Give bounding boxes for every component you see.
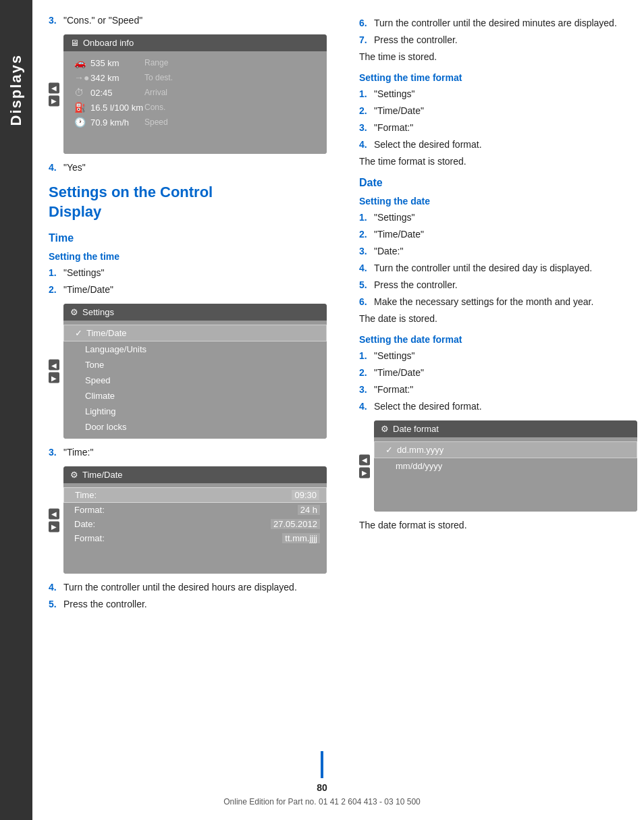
settings-body: ✓ Time/Date Language/Units Tone (63, 321, 327, 439)
onboard-header: 🖥 Onboard info (63, 34, 327, 51)
ds-step5-num: 5. (359, 278, 374, 292)
step2-text: "Time/Date" (63, 283, 113, 297)
df-step2: 2. "Time/Date" (359, 366, 640, 380)
settings-row-lighting: Lighting (63, 404, 327, 419)
onboard-screen: 🖥 Onboard info 🚗 535 km Range →● 342 km … (63, 34, 327, 154)
list-item-step3-cons: 3. "Cons." or "Speed" (49, 13, 329, 28)
step7-text: Press the controller. (374, 33, 458, 47)
controller-left-2-right[interactable]: ▶ (49, 373, 59, 383)
todest-label: To dest. (144, 73, 173, 82)
df-step1: 1. "Settings" (359, 349, 640, 363)
range-icon: 🚗 (74, 57, 90, 68)
section-title-line1: Settings on the Control (49, 184, 213, 200)
df-step3-num: 3. (359, 383, 374, 397)
tf-step3-text: "Format:" (374, 121, 413, 135)
arrival-icon: ⏱ (74, 87, 90, 98)
step3-text: "Cons." or "Speed" (63, 13, 142, 28)
time-heading: Time (49, 232, 329, 244)
df-step2-num: 2. (359, 366, 374, 380)
controller-left-2[interactable]: ◀ ▶ (49, 360, 59, 383)
todest-icon: →● (74, 72, 90, 83)
ds-step1-text: "Settings" (374, 211, 415, 225)
settings-lighting-label: Lighting (85, 406, 116, 416)
controller-left-4[interactable]: ◀ ▶ (359, 454, 370, 478)
time-format-heading: Setting the time format (359, 72, 640, 83)
page-footer: 80 Online Edition for Part no. 01 41 2 6… (0, 751, 644, 807)
list-item-step4-yes: 4. "Yes" (49, 161, 329, 175)
controller-left-1[interactable]: ◀ ▶ (49, 82, 59, 106)
dateformat-body: ✓ dd.mm.yyyy mm/dd/yyyy (374, 437, 637, 512)
step4-num: 4. (49, 161, 63, 175)
tf-step1-num: 1. (359, 87, 374, 101)
date-format-heading: Setting the date format (359, 334, 640, 345)
settings-gear-icon: ⚙ (70, 307, 78, 317)
onboard-row-2: →● 342 km To dest. (63, 70, 327, 85)
td-date-label: Date: (74, 519, 95, 529)
ds-step6-text: Make the necessary settings for the mont… (374, 295, 593, 309)
tf-step4: 4. Select the desired format. (359, 138, 640, 152)
step4-hours-text: Turn the controller until the desired ho… (63, 580, 297, 595)
ds-step5: 5. Press the controller. (359, 278, 640, 292)
setting-time-heading: Setting the time (49, 251, 329, 262)
list-item-step3-time: 3. "Time:" (49, 445, 329, 460)
ds-step6-num: 6. (359, 295, 374, 309)
ds-step1-num: 1. (359, 211, 374, 225)
main-content: 3. "Cons." or "Speed" 🖥 Onboard info 🚗 5… (32, 0, 644, 820)
cons-val: 16.5 l/100 km (90, 103, 144, 113)
timedate-screen: ⚙ Time/Date Time: 09:30 Format: 24 h (63, 466, 327, 574)
controller-left-3-left[interactable]: ◀ (49, 508, 59, 519)
onboard-row-5: 🕐 70.9 km/h Speed (63, 115, 327, 130)
speed-label: Speed (144, 117, 168, 127)
controller-left-4-right[interactable]: ▶ (359, 467, 370, 478)
timedate-row-format: Format: 24 h (63, 503, 327, 517)
footer-divider (321, 751, 323, 778)
settings-row-doorlocks: Door locks (63, 419, 327, 435)
controller-left-arrow[interactable]: ◀ (49, 82, 59, 93)
date-format-stored-note: The date format is stored. (359, 518, 640, 532)
df-step2-text: "Time/Date" (374, 366, 424, 380)
onboard-screen-wrapper: 🖥 Onboard info 🚗 535 km Range →● 342 km … (49, 34, 329, 154)
df-step4-num: 4. (359, 400, 374, 414)
controller-left-3[interactable]: ◀ ▶ (49, 508, 59, 532)
step4-hours-num: 4. (49, 580, 63, 595)
controller-left-4-left[interactable]: ◀ (359, 454, 370, 465)
onboard-body: 🚗 535 km Range →● 342 km To dest. ⏱ 02:4… (63, 51, 327, 154)
page-container: Displays 3. "Cons." or "Speed" 🖥 Onboard… (0, 0, 644, 820)
timedate-body: Time: 09:30 Format: 24 h Date: 27.05.201… (63, 483, 327, 574)
settings-header: ⚙ Settings (63, 304, 327, 321)
arrival-label: Arrival (144, 88, 167, 97)
list-item-step5-press: 5. Press the controller. (49, 597, 329, 611)
tf-step2: 2. "Time/Date" (359, 104, 640, 118)
td-time-label: Time: (75, 490, 97, 500)
df-step4-text: Select the desired format. (374, 400, 482, 414)
settings-language-label: Language/Units (85, 344, 146, 354)
right-column: 6. Turn the controller until the desired… (343, 0, 644, 820)
step5-press-num: 5. (49, 597, 63, 611)
side-tab: Displays (0, 0, 32, 820)
speed-icon: 🕐 (74, 117, 90, 128)
dateformat-screen-wrapper: ⚙ Date format ✓ dd.mm.yyyy mm/dd/yyyy (359, 420, 640, 512)
tf-step4-num: 4. (359, 138, 374, 152)
controller-right-arrow[interactable]: ▶ (49, 95, 59, 106)
dateformat-header: ⚙ Date format (374, 420, 637, 437)
settings-row-timedate: ✓ Time/Date (63, 325, 327, 341)
side-tab-label: Displays (7, 54, 25, 126)
section-title-control-display: Settings on the Control Display (49, 183, 329, 221)
date-set-heading: Setting the date (359, 196, 640, 207)
df-step3: 3. "Format:" (359, 383, 640, 397)
step3-time-num: 3. (49, 445, 63, 460)
td-format-value: 24 h (298, 505, 320, 515)
settings-row-climate: Climate (63, 388, 327, 404)
range-label: Range (144, 58, 168, 67)
settings-row-language: Language/Units (63, 341, 327, 357)
controller-left-2-left[interactable]: ◀ (49, 360, 59, 371)
list-item-step4-hours: 4. Turn the controller until the desired… (49, 580, 329, 595)
settings-row-speed: Speed (63, 373, 327, 388)
ds-step6: 6. Make the necessary settings for the m… (359, 295, 640, 309)
controller-left-3-right[interactable]: ▶ (49, 521, 59, 532)
list-item-step6: 6. Turn the controller until the desired… (359, 16, 640, 30)
settings-tone-label: Tone (85, 360, 104, 370)
onboard-row-3: ⏱ 02:45 Arrival (63, 85, 327, 100)
ds-step5-text: Press the controller. (374, 278, 458, 292)
cons-icon: ⛽ (74, 102, 90, 113)
